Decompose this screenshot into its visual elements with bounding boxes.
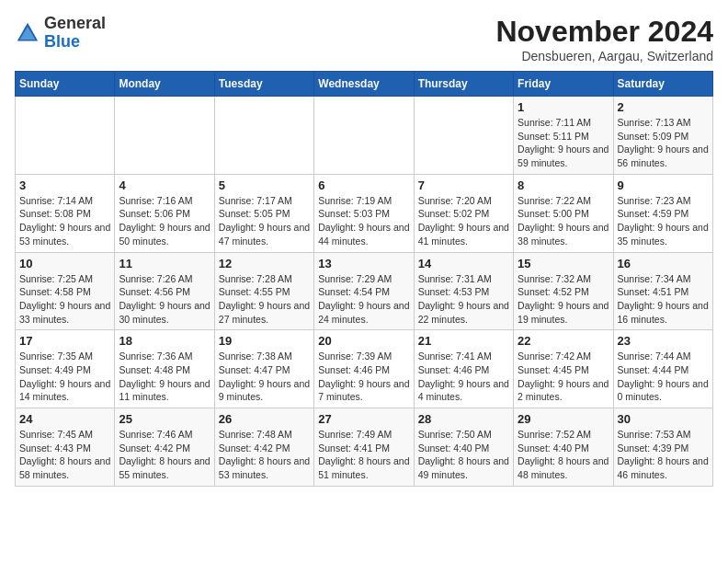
day-info: Sunrise: 7:53 AMSunset: 4:39 PMDaylight:…	[618, 428, 709, 482]
day-number: 16	[618, 257, 709, 270]
day-number: 17	[19, 334, 110, 348]
calendar-cell: 26Sunrise: 7:48 AMSunset: 4:42 PMDayligh…	[214, 408, 313, 487]
day-info: Sunrise: 7:45 AMSunset: 4:43 PMDaylight:…	[19, 428, 110, 482]
day-number: 30	[618, 412, 709, 426]
calendar-cell	[414, 97, 513, 175]
page-header: General Blue November 2024 Densbueren, A…	[15, 15, 713, 63]
day-number: 7	[418, 178, 509, 192]
calendar-cell: 2Sunrise: 7:13 AMSunset: 5:09 PMDaylight…	[613, 97, 712, 175]
day-header-monday: Monday	[115, 72, 214, 97]
calendar-cell	[314, 97, 414, 175]
calendar-cell: 17Sunrise: 7:35 AMSunset: 4:49 PMDayligh…	[16, 330, 115, 408]
day-info: Sunrise: 7:44 AMSunset: 4:44 PMDaylight:…	[618, 350, 709, 404]
day-info: Sunrise: 7:20 AMSunset: 5:02 PMDaylight:…	[418, 194, 509, 248]
day-number: 24	[19, 412, 110, 426]
day-number: 23	[618, 334, 709, 348]
day-info: Sunrise: 7:34 AMSunset: 4:51 PMDaylight:…	[618, 272, 709, 327]
calendar-cell	[16, 97, 115, 175]
day-info: Sunrise: 7:42 AMSunset: 4:45 PMDaylight:…	[518, 350, 609, 404]
calendar-cell: 24Sunrise: 7:45 AMSunset: 4:43 PMDayligh…	[16, 408, 115, 487]
day-info: Sunrise: 7:32 AMSunset: 4:52 PMDaylight:…	[518, 272, 609, 327]
calendar-cell: 18Sunrise: 7:36 AMSunset: 4:48 PMDayligh…	[115, 330, 214, 408]
location-title: Densbueren, Aargau, Switzerland	[495, 49, 713, 63]
day-number: 9	[618, 178, 709, 192]
day-info: Sunrise: 7:41 AMSunset: 4:46 PMDaylight:…	[418, 350, 509, 404]
day-header-thursday: Thursday	[414, 72, 513, 97]
calendar-cell	[214, 97, 313, 175]
calendar-cell: 4Sunrise: 7:16 AMSunset: 5:06 PMDaylight…	[115, 174, 214, 252]
calendar-body: 1Sunrise: 7:11 AMSunset: 5:11 PMDaylight…	[16, 97, 713, 487]
title-area: November 2024 Densbueren, Aargau, Switze…	[495, 15, 713, 63]
day-number: 15	[518, 257, 609, 270]
calendar-cell: 29Sunrise: 7:52 AMSunset: 4:40 PMDayligh…	[514, 408, 613, 487]
calendar-cell: 20Sunrise: 7:39 AMSunset: 4:46 PMDayligh…	[314, 330, 414, 408]
day-number: 3	[19, 178, 110, 192]
calendar-cell: 16Sunrise: 7:34 AMSunset: 4:51 PMDayligh…	[613, 252, 712, 330]
calendar-cell: 11Sunrise: 7:26 AMSunset: 4:56 PMDayligh…	[115, 252, 214, 330]
calendar-cell: 3Sunrise: 7:14 AMSunset: 5:08 PMDaylight…	[16, 174, 115, 252]
calendar-week-row: 24Sunrise: 7:45 AMSunset: 4:43 PMDayligh…	[16, 408, 713, 487]
day-info: Sunrise: 7:48 AMSunset: 4:42 PMDaylight:…	[219, 428, 310, 482]
day-info: Sunrise: 7:49 AMSunset: 4:41 PMDaylight:…	[318, 428, 409, 482]
calendar-week-row: 3Sunrise: 7:14 AMSunset: 5:08 PMDaylight…	[16, 174, 713, 252]
calendar-cell: 9Sunrise: 7:23 AMSunset: 4:59 PMDaylight…	[613, 174, 712, 252]
day-info: Sunrise: 7:19 AMSunset: 5:03 PMDaylight:…	[318, 194, 409, 248]
calendar-table: SundayMondayTuesdayWednesdayThursdayFrid…	[15, 71, 713, 487]
day-number: 26	[219, 412, 310, 426]
day-info: Sunrise: 7:38 AMSunset: 4:47 PMDaylight:…	[219, 350, 310, 404]
calendar-cell: 21Sunrise: 7:41 AMSunset: 4:46 PMDayligh…	[414, 330, 513, 408]
day-info: Sunrise: 7:14 AMSunset: 5:08 PMDaylight:…	[19, 194, 110, 248]
logo: General Blue	[15, 15, 106, 52]
day-number: 8	[518, 178, 609, 192]
day-number: 10	[19, 257, 110, 270]
day-info: Sunrise: 7:31 AMSunset: 4:53 PMDaylight:…	[418, 272, 509, 327]
calendar-cell	[115, 97, 214, 175]
day-info: Sunrise: 7:16 AMSunset: 5:06 PMDaylight:…	[119, 194, 210, 248]
calendar-cell: 28Sunrise: 7:50 AMSunset: 4:40 PMDayligh…	[414, 408, 513, 487]
day-info: Sunrise: 7:52 AMSunset: 4:40 PMDaylight:…	[518, 428, 609, 482]
day-number: 13	[318, 257, 409, 270]
logo-text-blue: Blue	[44, 33, 106, 52]
day-number: 14	[418, 257, 509, 270]
calendar-cell: 10Sunrise: 7:25 AMSunset: 4:58 PMDayligh…	[16, 252, 115, 330]
logo-icon	[15, 20, 40, 46]
calendar-cell: 1Sunrise: 7:11 AMSunset: 5:11 PMDaylight…	[514, 97, 613, 175]
day-number: 5	[219, 178, 310, 192]
calendar-week-row: 1Sunrise: 7:11 AMSunset: 5:11 PMDaylight…	[16, 97, 713, 175]
day-number: 29	[518, 412, 609, 426]
calendar-cell: 7Sunrise: 7:20 AMSunset: 5:02 PMDaylight…	[414, 174, 513, 252]
calendar-cell: 5Sunrise: 7:17 AMSunset: 5:05 PMDaylight…	[214, 174, 313, 252]
day-info: Sunrise: 7:26 AMSunset: 4:56 PMDaylight:…	[119, 272, 210, 327]
day-number: 22	[518, 334, 609, 348]
day-info: Sunrise: 7:17 AMSunset: 5:05 PMDaylight:…	[219, 194, 310, 248]
day-info: Sunrise: 7:36 AMSunset: 4:48 PMDaylight:…	[119, 350, 210, 404]
calendar-cell: 8Sunrise: 7:22 AMSunset: 5:00 PMDaylight…	[514, 174, 613, 252]
day-info: Sunrise: 7:28 AMSunset: 4:55 PMDaylight:…	[219, 272, 310, 327]
day-number: 25	[119, 412, 210, 426]
day-number: 28	[418, 412, 509, 426]
calendar-cell: 30Sunrise: 7:53 AMSunset: 4:39 PMDayligh…	[613, 408, 712, 487]
calendar-cell: 6Sunrise: 7:19 AMSunset: 5:03 PMDaylight…	[314, 174, 414, 252]
day-info: Sunrise: 7:23 AMSunset: 4:59 PMDaylight:…	[618, 194, 709, 248]
day-info: Sunrise: 7:50 AMSunset: 4:40 PMDaylight:…	[418, 428, 509, 482]
month-title: November 2024	[495, 15, 713, 49]
day-number: 6	[318, 178, 409, 192]
day-number: 4	[119, 178, 210, 192]
day-info: Sunrise: 7:22 AMSunset: 5:00 PMDaylight:…	[518, 194, 609, 248]
calendar-cell: 14Sunrise: 7:31 AMSunset: 4:53 PMDayligh…	[414, 252, 513, 330]
calendar-cell: 27Sunrise: 7:49 AMSunset: 4:41 PMDayligh…	[314, 408, 414, 487]
calendar-cell: 15Sunrise: 7:32 AMSunset: 4:52 PMDayligh…	[514, 252, 613, 330]
header-row: SundayMondayTuesdayWednesdayThursdayFrid…	[16, 72, 713, 97]
calendar-cell: 13Sunrise: 7:29 AMSunset: 4:54 PMDayligh…	[314, 252, 414, 330]
day-info: Sunrise: 7:39 AMSunset: 4:46 PMDaylight:…	[318, 350, 409, 404]
day-info: Sunrise: 7:46 AMSunset: 4:42 PMDaylight:…	[119, 428, 210, 482]
day-info: Sunrise: 7:29 AMSunset: 4:54 PMDaylight:…	[318, 272, 409, 327]
day-header-saturday: Saturday	[613, 72, 712, 97]
day-number: 18	[119, 334, 210, 348]
calendar-cell: 19Sunrise: 7:38 AMSunset: 4:47 PMDayligh…	[214, 330, 313, 408]
day-number: 20	[318, 334, 409, 348]
calendar-cell: 22Sunrise: 7:42 AMSunset: 4:45 PMDayligh…	[514, 330, 613, 408]
day-info: Sunrise: 7:35 AMSunset: 4:49 PMDaylight:…	[19, 350, 110, 404]
logo-text-general: General	[44, 15, 106, 33]
day-number: 2	[618, 100, 709, 114]
